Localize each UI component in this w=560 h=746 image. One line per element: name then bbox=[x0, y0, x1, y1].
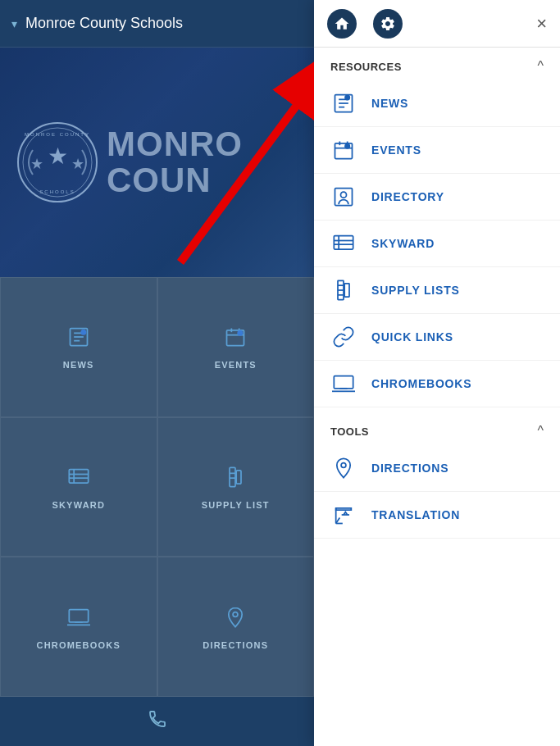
app-footer bbox=[0, 697, 314, 746]
resources-title: RESOURCES bbox=[330, 61, 402, 73]
directory-menu-label: DIRECTORY bbox=[371, 190, 444, 203]
grid-supply-label: SUPPLY LIST bbox=[202, 500, 270, 510]
settings-icon-circle[interactable] bbox=[373, 9, 403, 39]
menu-item-skyward[interactable]: SKYWARD bbox=[314, 221, 560, 267]
close-button[interactable]: × bbox=[536, 15, 547, 33]
chevron-down-icon: ▾ bbox=[11, 17, 17, 30]
grid-events-label: EVENTS bbox=[215, 360, 257, 370]
svg-rect-25 bbox=[69, 609, 88, 621]
grid-item-directions[interactable]: DIRECTIONS bbox=[157, 557, 315, 697]
banner-line1: MONRO bbox=[107, 126, 243, 162]
grid-directions-label: DIRECTIONS bbox=[203, 640, 268, 650]
svg-rect-41 bbox=[335, 189, 353, 206]
menu-item-news[interactable]: NEWS bbox=[314, 80, 560, 127]
chromebooks-menu-label: CHROMEBOOKS bbox=[371, 377, 471, 390]
svg-point-35 bbox=[344, 95, 350, 101]
svg-text:★: ★ bbox=[48, 143, 68, 169]
quicklinks-menu-icon bbox=[330, 324, 357, 350]
supply-menu-label: SUPPLY LISTS bbox=[371, 284, 460, 297]
svg-point-16 bbox=[238, 330, 244, 336]
events-menu-label: EVENTS bbox=[371, 143, 421, 157]
svg-point-28 bbox=[233, 612, 238, 616]
svg-rect-17 bbox=[69, 470, 88, 483]
svg-text:★: ★ bbox=[71, 156, 84, 172]
menu-item-events[interactable]: EVENTS bbox=[314, 127, 560, 174]
directions-menu-label: DIRECTIONS bbox=[371, 462, 448, 475]
skyward-menu-icon bbox=[330, 230, 357, 257]
svg-rect-21 bbox=[230, 467, 235, 486]
banner-line2: COUN bbox=[107, 162, 243, 198]
svg-point-40 bbox=[344, 143, 350, 149]
menu-item-translation[interactable]: TRANSLATION bbox=[314, 492, 560, 539]
school-seal: MONROE COUNTY SCHOOLS ★ ★ ★ bbox=[16, 121, 98, 203]
directory-menu-icon bbox=[330, 184, 357, 210]
svg-point-55 bbox=[341, 463, 346, 468]
svg-point-42 bbox=[341, 192, 347, 198]
school-name: Monroe County Schools bbox=[25, 15, 183, 32]
menu-item-supply[interactable]: SUPPLY LISTS bbox=[314, 267, 560, 314]
menu-item-chromebooks[interactable]: CHROMEBOOKS bbox=[314, 361, 560, 407]
tools-title: TOOLS bbox=[330, 425, 369, 438]
menu-item-directory[interactable]: DIRECTORY bbox=[314, 174, 560, 221]
menu-item-directions[interactable]: DIRECTIONS bbox=[314, 445, 560, 492]
news-menu-label: NEWS bbox=[371, 97, 408, 110]
news-menu-icon bbox=[330, 90, 357, 116]
resources-section-header: RESOURCES ^ bbox=[314, 48, 560, 80]
tools-section-header: TOOLS ^ bbox=[314, 412, 560, 445]
app-header: ▾ Monroe County Schools bbox=[0, 0, 314, 48]
menu-header: × bbox=[314, 0, 560, 48]
phone-icon bbox=[148, 709, 167, 734]
svg-rect-52 bbox=[334, 376, 353, 389]
events-menu-icon bbox=[330, 137, 357, 163]
skyward-menu-label: SKYWARD bbox=[371, 237, 435, 250]
supply-icon bbox=[224, 464, 247, 494]
grid-item-news[interactable]: NEWS bbox=[0, 277, 157, 417]
banner-text: MONRO COUN bbox=[107, 126, 243, 198]
grid-chromebooks-label: CHROMEBOOKS bbox=[37, 640, 121, 650]
menu-item-quicklinks[interactable]: QUICK LINKS bbox=[314, 314, 560, 361]
translation-menu-icon bbox=[330, 502, 357, 528]
menu-panel: × RESOURCES ^ NEWS bbox=[314, 0, 560, 746]
grid-skyward-label: SKYWARD bbox=[52, 500, 105, 510]
resources-chevron-icon[interactable]: ^ bbox=[537, 59, 544, 74]
svg-text:★: ★ bbox=[30, 156, 43, 172]
grid-item-events[interactable]: EVENTS bbox=[157, 277, 315, 417]
tools-chevron-icon[interactable]: ^ bbox=[537, 424, 544, 439]
skyward-icon bbox=[67, 464, 90, 494]
grid-item-supply[interactable]: SUPPLY LIST bbox=[157, 417, 315, 557]
translation-menu-label: TRANSLATION bbox=[371, 508, 460, 521]
svg-rect-22 bbox=[236, 471, 241, 484]
svg-text:SCHOOLS: SCHOOLS bbox=[39, 189, 75, 194]
grid-item-chromebooks[interactable]: CHROMEBOOKS bbox=[0, 557, 157, 697]
supply-menu-icon bbox=[330, 277, 357, 303]
app-banner: MONROE COUNTY SCHOOLS ★ ★ ★ MONRO COUN bbox=[0, 48, 314, 277]
quicklinks-menu-label: QUICK LINKS bbox=[371, 330, 453, 343]
grid-news-label: NEWS bbox=[63, 360, 94, 370]
directions-menu-icon bbox=[330, 455, 357, 481]
events-icon bbox=[224, 324, 247, 353]
svg-text:MONROE COUNTY: MONROE COUNTY bbox=[25, 132, 90, 137]
svg-point-11 bbox=[80, 330, 86, 335]
grid-item-skyward[interactable]: SKYWARD bbox=[0, 417, 157, 557]
chromebooks-icon bbox=[67, 604, 90, 634]
home-icon-circle[interactable] bbox=[327, 9, 357, 39]
directions-icon bbox=[224, 604, 247, 634]
svg-rect-48 bbox=[344, 284, 349, 297]
svg-rect-43 bbox=[334, 236, 353, 249]
news-icon bbox=[67, 324, 90, 353]
chromebooks-menu-icon bbox=[330, 371, 357, 397]
app-grid: NEWS EVENTS bbox=[0, 277, 314, 697]
app-panel: ▾ Monroe County Schools MONROE COUNTY SC… bbox=[0, 0, 314, 746]
